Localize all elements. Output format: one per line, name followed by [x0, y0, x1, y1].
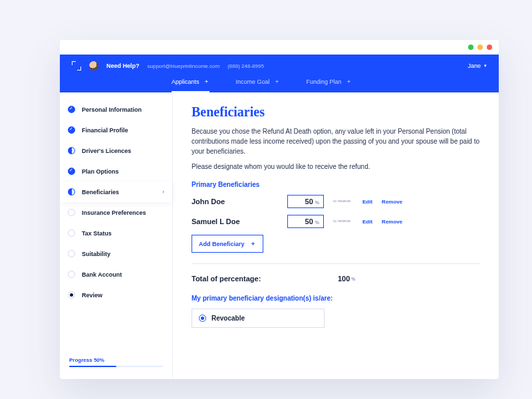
remove-link[interactable]: Remove	[382, 199, 402, 205]
sidebar-item-drivers-licences[interactable]: Driver's Licences	[60, 140, 172, 161]
support-avatar	[89, 61, 98, 70]
status-done-icon	[68, 106, 75, 113]
page-description-2: Please designate whom you would like to …	[192, 162, 480, 172]
plus-icon: ＋	[203, 77, 209, 86]
sidebar-item-bank-account[interactable]: Bank Account	[60, 264, 172, 285]
sidebar: Personal Information Financial Profile D…	[60, 92, 173, 379]
beneficiary-row: Samuel L Doe 50 % to receive Edit Remove	[192, 215, 480, 228]
sidebar-item-beneficiaries[interactable]: Beneficiaries ›	[60, 182, 172, 202]
status-empty-icon	[68, 250, 75, 257]
sidebar-item-tax-status[interactable]: Tax Status	[60, 223, 172, 243]
tab-income-goal[interactable]: Income Goal ＋	[236, 77, 280, 92]
progress-indicator: Progress 50%	[60, 352, 172, 372]
window-minimize[interactable]	[468, 45, 473, 50]
tab-applicants[interactable]: Applicants ＋	[172, 77, 209, 92]
logo-icon	[72, 61, 81, 70]
sidebar-item-plan-options[interactable]: Plan Options	[60, 161, 172, 182]
sidebar-item-personal-information[interactable]: Personal Information	[60, 99, 172, 120]
percentage-input[interactable]: 50 %	[287, 195, 324, 208]
radio-selected-icon	[199, 315, 206, 322]
remove-link[interactable]: Remove	[382, 219, 402, 225]
primary-beneficiaries-heading: Primary Beneficiaries	[192, 181, 480, 188]
support-phone[interactable]: (888) 248-8995	[227, 63, 264, 69]
page-title: Beneficiaries	[192, 104, 480, 120]
status-empty-icon	[68, 209, 75, 216]
divider	[192, 263, 480, 264]
designation-option-revocable[interactable]: Revocable	[192, 309, 325, 328]
main-content: Beneficiaries Because you chose the Refu…	[173, 92, 499, 379]
top-nav: Applicants ＋ Income Goal ＋ Funding Plan …	[72, 77, 487, 92]
status-empty-icon	[68, 229, 75, 237]
plus-icon: ＋	[250, 239, 256, 248]
beneficiary-name: Samuel L Doe	[192, 217, 278, 225]
status-half-icon	[68, 188, 75, 196]
tab-funding-plan[interactable]: Funding Plan ＋	[307, 77, 352, 92]
window-close[interactable]	[487, 45, 492, 50]
beneficiary-name: John Doe	[192, 198, 278, 205]
status-half-icon	[68, 147, 75, 154]
window-maximize[interactable]	[477, 45, 483, 50]
window-controls	[60, 40, 499, 55]
sidebar-item-financial-profile[interactable]: Financial Profile	[60, 120, 172, 140]
chevron-down-icon: ▾	[484, 63, 487, 68]
total-value: 100	[338, 275, 350, 283]
status-current-icon	[68, 291, 75, 299]
app-window: Need Help? support@blueprintincome.com (…	[60, 40, 499, 379]
user-menu[interactable]: Jane ▾	[467, 63, 487, 69]
designation-heading: My primary beneficiary designation(s) is…	[192, 295, 480, 302]
beneficiary-row: John Doe 50 % to receive Edit Remove	[192, 195, 480, 208]
edit-link[interactable]: Edit	[362, 199, 372, 205]
percentage-input[interactable]: 50 %	[287, 215, 324, 228]
add-beneficiary-button[interactable]: Add Beneficiary ＋	[192, 235, 263, 253]
help-label: Need Help?	[106, 63, 140, 69]
sidebar-item-review[interactable]: Review	[60, 285, 172, 305]
page-description-1: Because you chose the Refund At Death op…	[192, 126, 480, 156]
app-header: Need Help? support@blueprintincome.com (…	[60, 55, 499, 92]
plus-icon: ＋	[274, 77, 280, 86]
total-label: Total of percentage:	[192, 275, 338, 283]
status-done-icon	[68, 168, 75, 175]
edit-link[interactable]: Edit	[362, 219, 372, 225]
sidebar-item-insurance-preferences[interactable]: Insurance Preferences	[60, 202, 172, 223]
plus-icon: ＋	[346, 77, 352, 86]
sidebar-item-suitability[interactable]: Suitability	[60, 243, 172, 264]
total-row: Total of percentage: 100 %	[192, 275, 480, 283]
status-empty-icon	[68, 271, 75, 278]
support-email[interactable]: support@blueprintincome.com	[148, 63, 220, 69]
status-done-icon	[68, 126, 75, 134]
user-name: Jane	[467, 63, 481, 69]
to-receive-label: to receive	[333, 199, 353, 203]
to-receive-label: to receive	[333, 219, 353, 223]
chevron-right-icon: ›	[162, 189, 164, 195]
